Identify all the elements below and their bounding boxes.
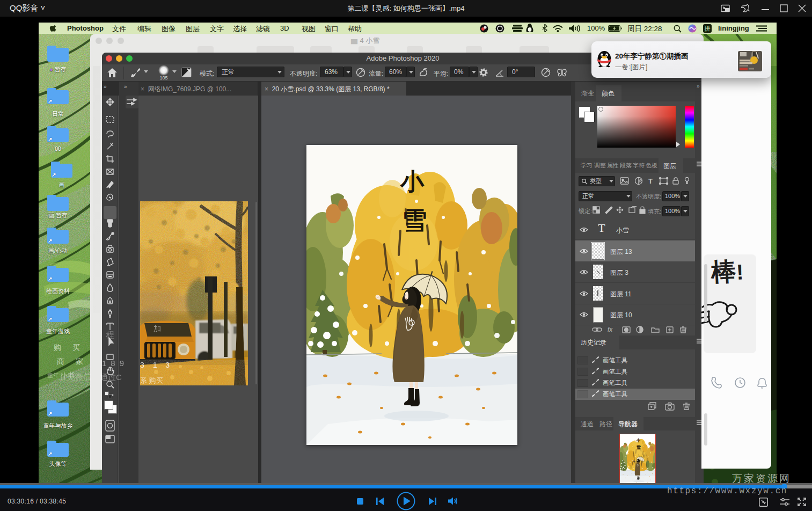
svg-text:加: 加 bbox=[153, 324, 161, 333]
svg-text:雪: 雪 bbox=[402, 206, 427, 234]
svg-text:T: T bbox=[648, 177, 653, 185]
svg-text:拼: 拼 bbox=[705, 25, 711, 32]
svg-text:小: 小 bbox=[399, 168, 425, 194]
svg-text:3 1 3: 3 1 3 bbox=[140, 361, 173, 369]
svg-text:fx: fx bbox=[608, 326, 613, 333]
svg-text:系 购买: 系 购买 bbox=[140, 376, 163, 384]
